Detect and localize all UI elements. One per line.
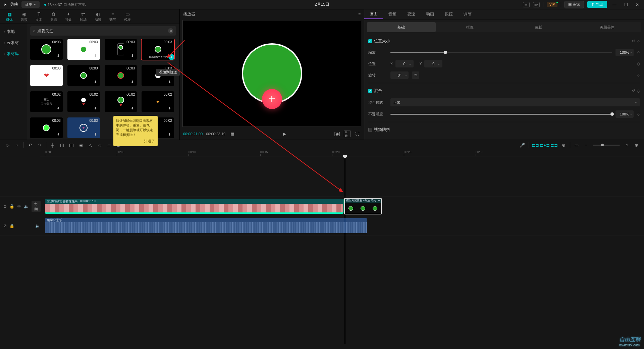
media-thumb[interactable]: ❤00:02⬇ [67, 91, 100, 112]
tab-template[interactable]: ▭模板 [121, 9, 134, 23]
fullscreen-icon[interactable]: ⛶ [354, 131, 361, 137]
opacity-slider[interactable] [390, 114, 612, 115]
media-thumb[interactable]: ❤00:03 [30, 65, 63, 86]
download-icon[interactable]: ⬇ [131, 80, 136, 85]
project-title[interactable]: 2月15日 [315, 2, 329, 7]
subtab-mask[interactable]: 蒙版 [504, 22, 573, 32]
download-icon[interactable]: ⬇ [57, 132, 61, 137]
insp-tab-anim[interactable]: 动画 [421, 9, 439, 19]
split-button[interactable]: ╫ [48, 141, 57, 149]
download-icon[interactable]: ⬇ [57, 54, 61, 58]
vip-badge[interactable]: VIP [547, 2, 557, 7]
download-icon[interactable]: ⬇ [57, 106, 61, 111]
ruler[interactable]: 00:00 00:05 00:10 00:15 00:20 00:25 00:3… [40, 150, 644, 156]
voice-button[interactable]: 🎤 [518, 141, 527, 149]
checkbox-off-icon[interactable] [368, 128, 372, 132]
media-thumb[interactable]: ❤00:02⬇ [105, 91, 137, 112]
subtab-basic[interactable]: 基础 [367, 22, 436, 32]
keyframe-icon[interactable]: ◇ [637, 39, 640, 44]
link-icon[interactable]: ⊘ [3, 223, 7, 228]
rotate-button[interactable]: ◇ [95, 141, 104, 149]
ai-tip-dismiss[interactable]: 知道了 [116, 139, 155, 144]
blend-mode-select[interactable]: 正常▼ [390, 98, 640, 106]
subtab-beauty[interactable]: 美颜美体 [573, 22, 642, 32]
download-icon[interactable]: ⬇ [168, 106, 173, 111]
media-thumb[interactable]: 00:03⬇ [105, 65, 137, 86]
mute-icon[interactable]: 🔈 [35, 223, 40, 228]
preview-toggle[interactable]: ▭ [572, 141, 581, 149]
opacity-value[interactable]: 100%▴▾ [615, 110, 634, 118]
download-icon[interactable]: ⬇ [131, 106, 136, 111]
snapshot-icon[interactable]: [◉] [334, 131, 340, 137]
media-thumb-selected[interactable]: 喜欢就点个关注吧00:03+ [142, 39, 174, 60]
magnet-2-icon[interactable]: ⊏●⊐ [540, 141, 549, 149]
position-x[interactable]: 0▴▾ [395, 60, 414, 67]
sidebar-library[interactable]: ▸素材库 [0, 48, 27, 59]
download-icon[interactable]: ⬇ [94, 80, 99, 85]
subtab-cutout[interactable]: 抠像 [436, 22, 504, 32]
download-icon[interactable]: ⬇ [168, 80, 173, 85]
scale-value[interactable]: 100%▴▾ [615, 49, 634, 56]
player-menu-icon[interactable]: ≡ [358, 12, 361, 16]
lock-icon[interactable]: 🔒 [9, 204, 14, 209]
redo-button[interactable]: ↷ [35, 141, 44, 149]
tab-text[interactable]: T文本 [32, 9, 46, 23]
mute-icon[interactable]: 🔈 [24, 204, 29, 209]
media-thumb[interactable]: 00:03⬇ [67, 65, 100, 86]
download-icon[interactable]: ⬇ [168, 132, 173, 137]
speed-button[interactable]: ◉ [76, 141, 85, 149]
cover-button[interactable]: 封面 [32, 201, 41, 212]
keyframe-icon[interactable]: ◇ [637, 61, 640, 66]
play-button[interactable]: ▶ [281, 131, 288, 137]
flip-button[interactable]: ⟲ [412, 71, 419, 79]
reset-icon[interactable]: ↺ [632, 39, 635, 44]
insp-tab-audio[interactable]: 音频 [383, 9, 402, 19]
insp-tab-picture[interactable]: 画面 [364, 9, 383, 19]
ratio-icon[interactable]: 原始 [344, 131, 351, 137]
download-icon[interactable]: ⬇ [94, 106, 99, 111]
keyframe-icon[interactable]: ◇ [637, 50, 640, 55]
media-thumb[interactable]: ✦00:02⬇ [142, 91, 174, 112]
download-icon[interactable]: ⬇ [94, 132, 99, 137]
delete-left-button[interactable]: ◫ [58, 141, 66, 149]
tab-sticker[interactable]: ✿贴纸 [47, 9, 60, 23]
sidebar-cloud[interactable]: ▸云素材 [0, 37, 27, 48]
audio-clip[interactable]: 钢琴背景乐 [45, 218, 367, 233]
media-thumb[interactable]: 00:03⬇ [67, 39, 100, 60]
magnet-1-icon[interactable]: ⊏⊐ [531, 141, 540, 149]
magnet-3-icon[interactable]: ⊏⊐ [550, 141, 558, 149]
insp-tab-adjust[interactable]: 调节 [458, 9, 477, 19]
link-button[interactable]: ⊕ [559, 141, 568, 149]
layout-icon-1[interactable]: ▭ [523, 2, 530, 7]
undo-button[interactable]: ↶ [26, 141, 35, 149]
video-clip-main[interactable]: 实景拍摄粉色樱花花朵00:00:21:00 [45, 199, 343, 214]
keyframe-icon[interactable]: ◇ [637, 112, 640, 116]
zoom-fit-button[interactable]: ⊕ [632, 141, 641, 149]
player-canvas[interactable]: + [182, 20, 361, 127]
playhead[interactable] [345, 156, 345, 344]
tool-dropdown[interactable]: ▾ [13, 141, 21, 149]
add-to-track-button[interactable]: + [168, 54, 174, 60]
link-icon[interactable]: ⊘ [3, 204, 7, 209]
review-button[interactable]: ▤审阅 [565, 1, 584, 8]
keyframe-icon[interactable]: ◇ [637, 73, 640, 78]
delete-right-button[interactable]: ▯▯ [67, 141, 76, 149]
tab-filter[interactable]: ◐滤镜 [91, 9, 105, 23]
select-tool[interactable]: ▷ [3, 141, 12, 149]
grid-icon[interactable]: ▦ [229, 131, 235, 137]
keyframe-icon[interactable]: ◇ [637, 89, 640, 93]
download-icon[interactable]: ⬇ [131, 54, 136, 58]
insp-tab-track[interactable]: 跟踪 [439, 9, 458, 19]
zoom-out-button[interactable]: − [582, 141, 590, 149]
video-clip-material[interactable]: 横屏片尾素材 +关注 简约 00 [344, 198, 382, 214]
rotate-value[interactable]: 0°▴▾ [390, 71, 409, 79]
tab-transition[interactable]: ⇄转场 [76, 9, 90, 23]
reverse-button[interactable]: △ [86, 141, 95, 149]
lock-icon[interactable]: 🔒 [9, 223, 14, 228]
reset-icon[interactable]: ↺ [632, 89, 635, 93]
checkbox-on-icon[interactable]: ✓ [368, 39, 372, 43]
search-input[interactable] [37, 29, 166, 33]
layout-icon-2[interactable]: ▥▾ [533, 2, 540, 7]
sidebar-local[interactable]: ▸本地 [0, 26, 27, 37]
download-icon[interactable]: ⬇ [94, 54, 99, 58]
